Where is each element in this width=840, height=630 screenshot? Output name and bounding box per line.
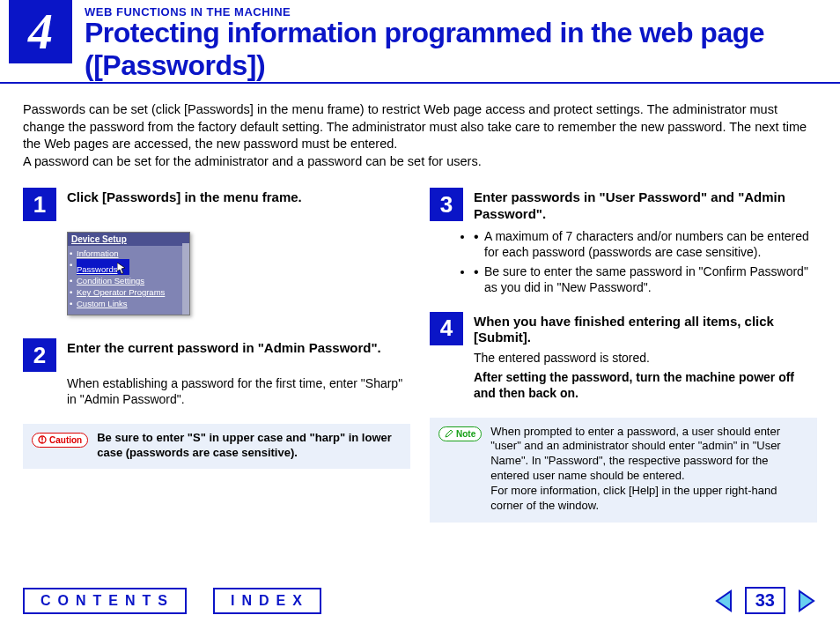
note-text: When prompted to enter a password, a use… [490, 425, 807, 514]
contents-button[interactable]: CONTENTS [23, 588, 187, 614]
step-4: 4 When you have finished entering all it… [430, 312, 817, 402]
cursor-icon [117, 263, 128, 275]
step-2-title: Enter the current password in "Admin Pas… [67, 338, 381, 357]
page-footer: CONTENTS INDEX 33 [0, 587, 840, 614]
step-3-bullet-1: A maximum of 7 characters and/or numbers… [474, 228, 817, 260]
step-4-body-bold: After setting the password, turn the mac… [474, 369, 817, 401]
intro-paragraph-2: A password can be set for the administra… [23, 153, 817, 171]
device-setup-menu-illustration: Device Setup Information Passwords Condi… [67, 232, 190, 315]
note-label: Note [456, 428, 475, 440]
step-3-bullets: A maximum of 7 characters and/or numbers… [474, 228, 817, 296]
step-2: 2 Enter the current password in "Admin P… [23, 338, 410, 407]
next-page-arrow-icon[interactable] [794, 589, 817, 612]
intro-text: Passwords can be set (click [Passwords] … [0, 93, 840, 179]
warning-icon [38, 435, 47, 444]
right-column: 3 Enter passwords in "User Password" and… [430, 188, 817, 523]
svg-rect-2 [41, 437, 42, 441]
note-text-p1: When prompted to enter a password, a use… [490, 425, 780, 483]
pencil-icon [445, 429, 453, 438]
step-4-title: When you have finished entering all item… [474, 312, 817, 347]
device-setup-item-information: Information [77, 248, 186, 259]
page-title: Protecting information programmed in the… [85, 17, 840, 82]
step-1: 1 Click [Passwords] in the menu frame. D… [23, 188, 410, 315]
header-text: WEB FUNCTIONS IN THE MACHINE Protecting … [72, 0, 840, 82]
page-header: 4 WEB FUNCTIONS IN THE MACHINE Protectin… [0, 0, 840, 82]
intro-paragraph-1: Passwords can be set (click [Passwords] … [23, 101, 817, 153]
step-2-body: When establishing a password for the fir… [67, 375, 410, 407]
svg-marker-5 [799, 591, 814, 611]
step-3-bullet-2: Be sure to enter the same password in "C… [474, 263, 817, 295]
device-setup-item-key-operator: Key Operator Programs [77, 286, 186, 298]
page-number: 33 [745, 587, 785, 614]
caution-badge: Caution [32, 433, 88, 448]
step-number-2: 2 [23, 338, 56, 372]
index-button[interactable]: INDEX [213, 588, 321, 614]
caution-label: Caution [49, 434, 82, 446]
step-number-1: 1 [23, 188, 56, 221]
note-badge: Note [438, 426, 482, 441]
note-text-p2: For more information, click [Help] in th… [490, 484, 777, 512]
chapter-number-badge: 4 [9, 0, 72, 63]
step-number-3: 3 [430, 188, 463, 221]
step-4-body: The entered password is stored. [474, 350, 817, 366]
step-3: 3 Enter passwords in "User Password" and… [430, 188, 817, 295]
note-callout: Note When prompted to enter a password, … [430, 418, 817, 523]
svg-marker-0 [117, 263, 125, 274]
left-column: 1 Click [Passwords] in the menu frame. D… [23, 188, 410, 523]
step-number-4: 4 [430, 312, 463, 345]
step-3-title: Enter passwords in "User Password" and "… [474, 188, 817, 223]
svg-rect-3 [41, 441, 42, 442]
header-rule [0, 82, 840, 84]
device-setup-title: Device Setup [68, 233, 189, 246]
steps-columns: 1 Click [Passwords] in the menu frame. D… [0, 179, 840, 523]
device-setup-item-condition: Condition Settings [77, 275, 186, 286]
caution-callout: Caution Be sure to enter "S" in upper ca… [23, 424, 410, 470]
step-1-title: Click [Passwords] in the menu frame. [67, 188, 302, 206]
device-setup-item-passwords: Passwords [77, 259, 129, 275]
svg-marker-4 [717, 591, 731, 611]
caution-text: Be sure to enter "S" in upper case and "… [97, 431, 400, 461]
device-setup-scroll [182, 243, 189, 315]
prev-page-arrow-icon[interactable] [713, 589, 736, 612]
device-setup-item-custom-links: Custom Links [77, 298, 186, 309]
